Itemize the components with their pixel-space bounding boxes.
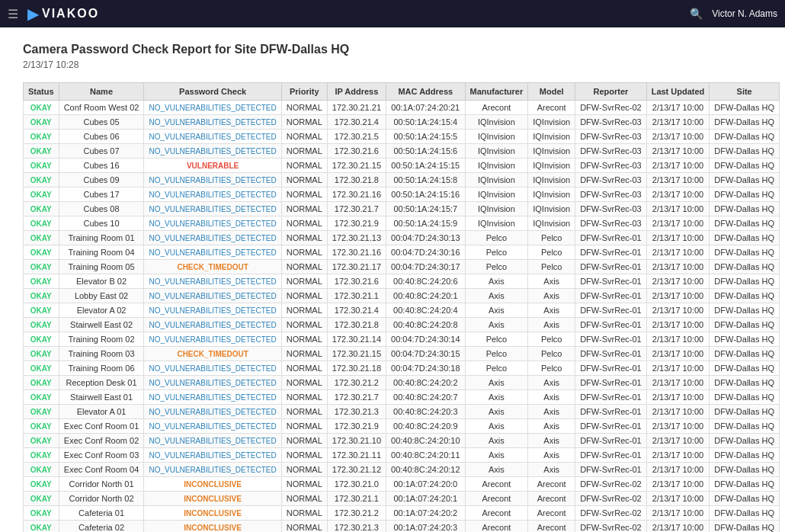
password-check-cell: NO_VULNERABILITIES_DETECTED: [144, 216, 281, 231]
updated-cell: 2/13/17 10:00: [646, 405, 710, 419]
manufacturer-cell: Axis: [465, 390, 528, 405]
priority-cell: NORMAL: [281, 332, 327, 347]
table-row: OKAYElevator A 02NO_VULNERABILITIES_DETE…: [24, 303, 780, 318]
ip-cell: 172.30.21.0: [327, 477, 386, 492]
name-cell: Cafeteria 02: [59, 521, 144, 533]
model-cell: Pelco: [528, 361, 575, 376]
pwd-value: NO_VULNERABILITIES_DETECTED: [149, 133, 276, 141]
updated-cell: 2/13/17 10:00: [646, 260, 710, 274]
status-cell: OKAY: [24, 130, 59, 144]
column-header-last-updated: Last Updated: [646, 83, 710, 101]
mac-cell: 00:40:8C:24:20:11: [386, 448, 466, 463]
page-content: Camera Password Check Report for Site DF…: [0, 27, 785, 532]
table-row: OKAYStairwell East 01NO_VULNERABILITIES_…: [24, 390, 780, 405]
ip-cell: 172.30.21.1: [327, 289, 386, 303]
column-header-status: Status: [24, 83, 59, 101]
pwd-value: CHECK_TIMEDOUT: [177, 263, 248, 271]
model-cell: Pelco: [528, 231, 575, 245]
pwd-value: NO_VULNERABILITIES_DETECTED: [149, 451, 276, 460]
reporter-cell: DFW-SvrRec-01: [575, 434, 646, 448]
site-cell: DFW-Dallas HQ: [710, 231, 780, 245]
search-icon[interactable]: 🔍: [690, 8, 703, 20]
table-row: OKAYCubes 07NO_VULNERABILITIES_DETECTEDN…: [24, 144, 780, 159]
reporter-cell: DFW-SvrRec-03: [575, 187, 646, 202]
table-row: OKAYCafeteria 01INCONCLUSIVENORMAL172.30…: [24, 506, 780, 521]
topnav-left: ☰ ▶ VIAKOO: [8, 5, 99, 23]
name-cell: Cubes 07: [59, 144, 144, 159]
pwd-value: CHECK_TIMEDOUT: [177, 350, 248, 358]
manufacturer-cell: IQInvision: [465, 173, 528, 187]
site-cell: DFW-Dallas HQ: [710, 144, 780, 159]
updated-cell: 2/13/17 10:00: [646, 144, 710, 159]
manufacturer-cell: Axis: [465, 289, 528, 303]
table-row: OKAYTraining Room 02NO_VULNERABILITIES_D…: [24, 332, 780, 347]
status-badge: OKAY: [30, 248, 52, 257]
updated-cell: 2/13/17 10:00: [646, 390, 710, 405]
priority-cell: NORMAL: [281, 159, 327, 173]
status-cell: OKAY: [24, 419, 59, 434]
status-cell: OKAY: [24, 434, 59, 448]
manufacturer-cell: Arecont: [465, 521, 528, 533]
name-cell: Reception Desk 01: [59, 376, 144, 390]
site-cell: DFW-Dallas HQ: [710, 492, 780, 506]
menu-icon[interactable]: ☰: [8, 7, 18, 21]
site-cell: DFW-Dallas HQ: [710, 405, 780, 419]
table-row: OKAYTraining Room 01NO_VULNERABILITIES_D…: [24, 231, 780, 245]
reporter-cell: DFW-SvrRec-01: [575, 274, 646, 289]
model-cell: IQInvision: [528, 144, 575, 159]
priority-cell: NORMAL: [281, 144, 327, 159]
updated-cell: 2/13/17 10:00: [646, 492, 710, 506]
manufacturer-cell: IQInvision: [465, 187, 528, 202]
priority-cell: NORMAL: [281, 477, 327, 492]
status-badge: OKAY: [30, 495, 52, 503]
reporter-cell: DFW-SvrRec-01: [575, 361, 646, 376]
site-cell: DFW-Dallas HQ: [710, 245, 780, 260]
model-cell: Axis: [528, 303, 575, 318]
mac-cell: 00:1A:07:24:20:1: [386, 492, 466, 506]
manufacturer-cell: IQInvision: [465, 202, 528, 216]
password-check-cell: INCONCLUSIVE: [144, 506, 281, 521]
pwd-value: NO_VULNERABILITIES_DETECTED: [149, 292, 276, 300]
status-badge: OKAY: [30, 480, 52, 489]
password-check-cell: INCONCLUSIVE: [144, 492, 281, 506]
pwd-value: NO_VULNERABILITIES_DETECTED: [149, 118, 276, 127]
mac-cell: 00:50:1A:24:15:7: [386, 202, 466, 216]
table-row: OKAYCubes 17NO_VULNERABILITIES_DETECTEDN…: [24, 187, 780, 202]
table-row: OKAYElevator B 02NO_VULNERABILITIES_DETE…: [24, 274, 780, 289]
column-header-model: Model: [528, 83, 575, 101]
password-check-cell: NO_VULNERABILITIES_DETECTED: [144, 173, 281, 187]
updated-cell: 2/13/17 10:00: [646, 274, 710, 289]
manufacturer-cell: IQInvision: [465, 130, 528, 144]
reporter-cell: DFW-SvrRec-01: [575, 376, 646, 390]
name-cell: Cafeteria 01: [59, 506, 144, 521]
reporter-cell: DFW-SvrRec-01: [575, 289, 646, 303]
status-badge: OKAY: [30, 104, 52, 112]
reporter-cell: DFW-SvrRec-02: [575, 477, 646, 492]
ip-cell: 172.30.21.6: [327, 274, 386, 289]
priority-cell: NORMAL: [281, 521, 327, 533]
status-badge: OKAY: [30, 292, 52, 300]
updated-cell: 2/13/17 10:00: [646, 202, 710, 216]
status-cell: OKAY: [24, 361, 59, 376]
ip-cell: 172.30.21.8: [327, 318, 386, 332]
mac-cell: 00:50:1A:24:15:5: [386, 130, 466, 144]
site-cell: DFW-Dallas HQ: [710, 115, 780, 130]
pwd-value: NO_VULNERABILITIES_DETECTED: [149, 277, 276, 286]
name-cell: Training Room 06: [59, 361, 144, 376]
name-cell: Stairwell East 01: [59, 390, 144, 405]
table-row: OKAYCafeteria 02INCONCLUSIVENORMAL172.30…: [24, 521, 780, 533]
reporter-cell: DFW-SvrRec-01: [575, 448, 646, 463]
name-cell: Training Room 02: [59, 332, 144, 347]
site-cell: DFW-Dallas HQ: [710, 159, 780, 173]
status-badge: OKAY: [30, 422, 52, 431]
report-title: Camera Password Check Report for Site DF…: [23, 43, 762, 56]
model-cell: Arecont: [528, 477, 575, 492]
site-cell: DFW-Dallas HQ: [710, 303, 780, 318]
table-row: OKAYReception Desk 01NO_VULNERABILITIES_…: [24, 376, 780, 390]
reporter-cell: DFW-SvrRec-01: [575, 405, 646, 419]
model-cell: IQInvision: [528, 216, 575, 231]
model-cell: Arecont: [528, 506, 575, 521]
mac-cell: 00:04:7D:24:30:17: [386, 260, 466, 274]
model-cell: IQInvision: [528, 159, 575, 173]
name-cell: Cubes 06: [59, 130, 144, 144]
